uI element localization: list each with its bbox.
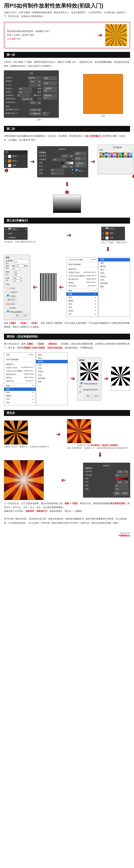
layers-panel-after: 👁图层 2 👁图层 1 👁背景 bbox=[101, 227, 125, 240]
ok-button[interactable]: 确定 bbox=[14, 314, 21, 317]
layer-item[interactable]: 👁图层 1 bbox=[101, 231, 125, 236]
layers-tab[interactable]: 图层 bbox=[4, 150, 28, 154]
adv-label: 高级 bbox=[6, 105, 41, 108]
eye-icon[interactable]: 👁 bbox=[5, 160, 7, 162]
filter-menu[interactable]: Camera Raw 滤镜Ctrl+F 转换为智能滤镜 滤镜库(G)... 自适… bbox=[66, 257, 98, 317]
newstyle-button[interactable]: 新建样式(W)... bbox=[74, 162, 86, 167]
filter-menu-2[interactable]: 波浪Ctrl+F 转换为智能滤镜 滤镜库(G)... 自适应广角(A)...Al… bbox=[4, 352, 36, 405]
amin-input[interactable] bbox=[13, 271, 21, 274]
opacity-label: 不透明度: bbox=[85, 474, 93, 477]
cancel-button[interactable]: 取消 bbox=[43, 82, 57, 85]
type-sq[interactable] bbox=[7, 294, 9, 297]
eye-icon[interactable]: 👁 bbox=[102, 228, 104, 230]
preview-check[interactable] bbox=[75, 169, 78, 171]
bg: 背景 bbox=[110, 237, 113, 239]
arrow-right-icon: ➔ bbox=[98, 32, 102, 38]
layer-item[interactable]: 👁图层 1 bbox=[4, 159, 28, 163]
gradstyle-select[interactable]: 线性 bbox=[62, 165, 73, 168]
mode-select[interactable]: RGB 颜色 bbox=[21, 97, 33, 101]
height-input[interactable] bbox=[18, 91, 32, 94]
rasterize-caption: 选中图层2，右键【栅格化图层样式】 bbox=[4, 240, 37, 243]
scale-input[interactable] bbox=[51, 172, 64, 175]
blend-select[interactable]: 正常 bbox=[116, 470, 128, 473]
layer-item[interactable]: 👁图层 2 bbox=[4, 154, 28, 159]
name-input[interactable] bbox=[28, 76, 41, 79]
grad-swatch[interactable] bbox=[116, 477, 128, 480]
unit-label: 像素 bbox=[38, 91, 41, 94]
ok-button[interactable]: 确定 bbox=[85, 394, 92, 398]
polar-r2p[interactable] bbox=[80, 382, 83, 384]
wave-title: 波浪 bbox=[6, 256, 29, 259]
layer-item[interactable]: 👁图层 2 bbox=[101, 227, 125, 231]
del-preset-button[interactable]: 删除预设(D)... bbox=[43, 94, 57, 99]
opacity-input[interactable] bbox=[53, 158, 66, 161]
blend-select[interactable]: 正常 bbox=[62, 155, 73, 158]
cancel-button[interactable]: 取消 bbox=[22, 314, 29, 317]
ok-button[interactable]: 确定 bbox=[113, 492, 121, 495]
opacity-input[interactable] bbox=[115, 474, 128, 477]
polar-result bbox=[111, 367, 130, 391]
sx-input[interactable] bbox=[13, 277, 20, 280]
sy-input[interactable] bbox=[13, 280, 20, 282]
distort-submenu[interactable]: 波浪... 波纹... 极坐标... 挤压... 切变... 球面化... 水波… bbox=[98, 257, 130, 317]
grad-swatch[interactable] bbox=[61, 162, 73, 164]
wave-dialog: 波浪 生成器数(G): 波长(W): 最小 最大 波幅(A): 比例(S): %… bbox=[4, 254, 30, 320]
step1-bar: 第一步 bbox=[4, 52, 130, 58]
eye-icon[interactable]: 👁 bbox=[102, 237, 104, 239]
undef-label: 未定义区域： bbox=[6, 303, 29, 305]
wmin-input[interactable] bbox=[16, 265, 24, 267]
eye-icon[interactable]: 👁 bbox=[5, 228, 7, 230]
polar-p2r[interactable] bbox=[80, 388, 83, 390]
layer-item[interactable]: 👁图层 2fx bbox=[4, 227, 28, 232]
fx-effects[interactable]: 效果 bbox=[4, 232, 28, 236]
scale-input[interactable] bbox=[115, 488, 128, 491]
grad-overlay-label[interactable]: 渐变叠加 bbox=[39, 151, 73, 154]
undef-wrap[interactable] bbox=[7, 306, 9, 309]
ok-button[interactable]: 确定 bbox=[74, 152, 86, 155]
res-input[interactable] bbox=[17, 94, 31, 97]
type-sin[interactable] bbox=[7, 286, 9, 289]
cancel-button[interactable]: 取消 bbox=[74, 157, 86, 160]
imgsize-value: 732.4K bbox=[43, 114, 57, 116]
save-preset-button[interactable]: 存储预设(S)... bbox=[43, 87, 57, 92]
preset-select[interactable]: 自定 bbox=[29, 80, 41, 83]
wmax-input[interactable] bbox=[12, 267, 20, 270]
gen-input[interactable] bbox=[15, 259, 29, 264]
grad-label[interactable]: 渐变叠加 bbox=[85, 467, 128, 470]
style-select[interactable]: 线性 bbox=[116, 480, 128, 484]
step3-bar: 第三步(关键地方) bbox=[4, 218, 130, 223]
width-input[interactable] bbox=[19, 87, 32, 90]
eye-icon[interactable]: 👁 bbox=[102, 232, 104, 235]
size-select[interactable] bbox=[29, 84, 41, 87]
angle-input[interactable] bbox=[51, 169, 64, 172]
svg-marker-6 bbox=[105, 35, 116, 35]
profile-select[interactable]: sRGB IEC61966-2.1 bbox=[29, 108, 41, 112]
aspect-select[interactable]: 方形像素 bbox=[29, 112, 41, 115]
fx-grad[interactable]: 渐变叠加 bbox=[4, 236, 28, 240]
wave-result bbox=[40, 273, 57, 301]
svg-marker-0 bbox=[116, 24, 116, 35]
amax-input[interactable] bbox=[13, 274, 21, 276]
layer-item[interactable]: 👁背景 bbox=[4, 163, 28, 168]
scale-label: 缩放: bbox=[39, 172, 43, 175]
bg-select[interactable]: 白色 bbox=[29, 101, 41, 104]
callout-line1: 制作类似右图的放射性背景，你准备好了吗？ bbox=[7, 29, 95, 33]
layer2-label: 图层 2 bbox=[12, 155, 18, 158]
rand-button[interactable]: 随机化(Z) bbox=[6, 298, 17, 302]
type-tri[interactable] bbox=[7, 290, 9, 293]
layer-item[interactable]: 👁背景 bbox=[101, 236, 125, 240]
wav-label: 波长(W): bbox=[6, 265, 11, 270]
closing-body: 学习PS是个漫长的过程，无论是单位设计师，还是业余爱好者，都应该会接触到PS。相… bbox=[0, 515, 134, 531]
cancel-button[interactable]: 取消 bbox=[93, 394, 100, 398]
swatch-grid[interactable] bbox=[100, 153, 132, 158]
orange-result bbox=[83, 74, 123, 114]
eye-icon[interactable]: 👁 bbox=[5, 164, 7, 166]
cancel-button[interactable]: 取消 bbox=[121, 492, 128, 495]
distort-submenu-2[interactable]: 波浪... 波纹... 极坐标... 挤压... 切变... 球面化... 水波… bbox=[36, 352, 68, 405]
ok-button[interactable]: 确定 bbox=[43, 76, 57, 80]
layer-style-dialog-2: 图层样式 渐变叠加 混合模式:正常 不透明度: 渐变: 样式:线性 角度: 缩放… bbox=[83, 463, 130, 497]
angle-input[interactable] bbox=[115, 485, 128, 487]
eye-icon[interactable]: 👁 bbox=[5, 155, 7, 157]
undef-repeat[interactable] bbox=[7, 310, 9, 313]
svg-marker-12 bbox=[116, 24, 126, 35]
